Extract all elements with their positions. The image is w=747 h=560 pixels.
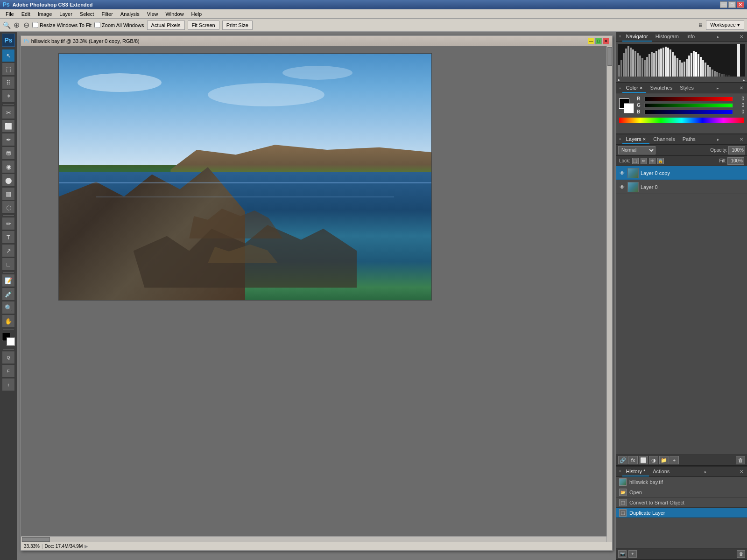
brush-tool[interactable]: ✒ (2, 133, 15, 146)
layer-group-btn[interactable]: 📁 (659, 456, 669, 464)
history-new-doc-btn[interactable]: + (628, 550, 637, 558)
tab-navigator[interactable]: Navigator (622, 32, 652, 42)
layer-new-btn[interactable]: + (669, 456, 679, 464)
layer-row-0-copy[interactable]: 👁 Layer 0 copy (616, 166, 747, 180)
doc-maximize-btn[interactable]: □ (595, 38, 602, 44)
tab-layers[interactable]: Layers × (622, 135, 650, 144)
menu-image[interactable]: Image (34, 10, 56, 18)
eyedropper-tool[interactable]: 💉 (2, 287, 15, 301)
vertical-scrollbar[interactable] (606, 46, 612, 542)
tab-info[interactable]: Info (683, 32, 698, 42)
print-size-button[interactable]: Print Size (222, 21, 253, 30)
zoom-all-checkbox[interactable]: Zoom All Windows (94, 22, 144, 28)
nav-panel-close[interactable]: ✕ (738, 34, 745, 39)
tab-styles[interactable]: Styles (676, 84, 698, 93)
blend-mode-select[interactable]: Normal Multiply Screen Overlay (618, 146, 655, 154)
blur-tool[interactable]: ◌ (2, 201, 15, 214)
edit-std-btn[interactable]: ↕ (2, 378, 15, 391)
history-row-open[interactable]: 📂 Open (616, 487, 747, 497)
minimize-button[interactable]: — (720, 1, 727, 8)
path-tool[interactable]: ↗ (2, 244, 15, 257)
quick-mask-btn[interactable]: Q (2, 351, 15, 364)
menu-filter[interactable]: Filter (98, 10, 116, 18)
tab-channels[interactable]: Channels (649, 135, 678, 144)
tab-histogram[interactable]: Histogram (652, 32, 683, 42)
workspace-button[interactable]: Workspace ▾ (706, 21, 744, 30)
color-panel-options[interactable]: ▸ (716, 86, 720, 91)
layer-visibility-0-copy[interactable]: 👁 (618, 169, 626, 177)
gradient-tool[interactable]: ▦ (2, 187, 15, 200)
tab-history[interactable]: History * (622, 467, 649, 476)
tab-paths[interactable]: Paths (679, 135, 699, 144)
b-slider[interactable] (644, 110, 733, 114)
r-slider[interactable] (644, 97, 733, 101)
menu-window[interactable]: Window (162, 10, 187, 18)
menu-layer[interactable]: Layer (56, 10, 76, 18)
notes-tool[interactable]: 📝 (2, 274, 15, 287)
doc-minimize-btn[interactable]: — (588, 38, 594, 44)
tab-swatches[interactable]: Swatches (646, 84, 676, 93)
close-button[interactable]: ✕ (737, 1, 744, 8)
menu-help[interactable]: Help (188, 10, 206, 18)
fg-bg-swatches[interactable] (619, 98, 634, 113)
layer-visibility-0[interactable]: 👁 (618, 183, 626, 191)
doc-info-arrow[interactable]: ▶ (85, 544, 88, 549)
layers-panel-close[interactable]: ✕ (738, 137, 745, 142)
history-row-snapshot[interactable]: hillswick bay.tif (616, 477, 747, 487)
layer-fx-btn[interactable]: fx (628, 456, 638, 464)
heal-tool[interactable]: ⬜ (2, 119, 15, 133)
pen-tool[interactable]: ✏ (2, 217, 15, 230)
menu-select[interactable]: Select (76, 10, 98, 18)
lasso-tool[interactable]: ⠿ (2, 76, 15, 89)
layer-link-btn[interactable]: 🔗 (618, 456, 627, 464)
nav-panel-options[interactable]: ▸ (716, 35, 720, 39)
g-slider[interactable] (644, 103, 733, 108)
fill-input[interactable] (727, 157, 744, 165)
opacity-input[interactable] (728, 146, 745, 154)
history-brush-tool[interactable]: ◉ (2, 160, 15, 173)
background-swatch[interactable] (624, 103, 634, 113)
maximize-button[interactable]: □ (728, 1, 736, 8)
zoom-tool[interactable]: 🔍 (2, 301, 15, 314)
history-row-smart-obj[interactable]: ⬚ Convert to Smart Object (616, 497, 747, 508)
menu-edit[interactable]: Edit (18, 10, 34, 18)
lock-transparent-btn[interactable]: ⬚ (632, 158, 639, 164)
history-panel-options[interactable]: ▸ (704, 469, 708, 474)
screen-mode-btn[interactable]: F (2, 364, 15, 378)
fit-screen-button[interactable]: Fit Screen (188, 21, 219, 30)
color-swatches[interactable] (2, 333, 15, 346)
type-tool[interactable]: T (2, 231, 15, 244)
lock-image-btn[interactable]: ✏ (641, 158, 647, 164)
crop-tool[interactable]: ✂ (2, 106, 15, 119)
hand-tool[interactable]: ✋ (2, 315, 15, 328)
resize-windows-checkbox[interactable]: Resize Windows To Fit (32, 22, 92, 28)
layers-panel-options[interactable]: ▸ (716, 137, 720, 142)
vscroll-thumb[interactable] (607, 47, 612, 66)
tab-actions[interactable]: Actions (649, 467, 673, 476)
history-snapshot-btn[interactable]: 📷 (618, 550, 627, 558)
menu-analysis[interactable]: Analysis (117, 10, 143, 18)
color-panel-close[interactable]: ✕ (738, 85, 745, 91)
history-row-dup-layer[interactable]: ⬚ Duplicate Layer (616, 508, 747, 518)
lock-all-btn[interactable]: 🔒 (657, 158, 664, 164)
move-tool[interactable]: ↖ (2, 49, 15, 62)
horizontal-scrollbar[interactable] (21, 536, 606, 542)
hscroll-thumb[interactable] (22, 537, 50, 542)
eraser-tool[interactable]: ⬤ (2, 174, 15, 187)
background-color[interactable] (7, 337, 15, 346)
menu-view[interactable]: View (143, 10, 162, 18)
lock-position-btn[interactable]: ✛ (649, 158, 655, 164)
magic-wand-tool[interactable]: ⌖ (2, 90, 15, 103)
tab-color[interactable]: Color × (622, 84, 647, 93)
shape-tool[interactable]: □ (2, 258, 15, 271)
history-delete-btn[interactable]: 🗑 (737, 550, 745, 558)
layer-row-0[interactable]: 👁 Layer 0 (616, 180, 747, 194)
clone-tool[interactable]: ⛃ (2, 147, 15, 160)
layer-delete-btn[interactable]: 🗑 (736, 456, 745, 464)
marquee-tool[interactable]: ⬚ (2, 63, 15, 76)
layer-adj-btn[interactable]: ◑ (649, 456, 658, 464)
rainbow-bar[interactable] (619, 118, 744, 123)
doc-close-btn[interactable]: ✕ (603, 38, 609, 44)
menu-file[interactable]: File (2, 10, 18, 18)
actual-pixels-button[interactable]: Actual Pixels (147, 21, 185, 30)
